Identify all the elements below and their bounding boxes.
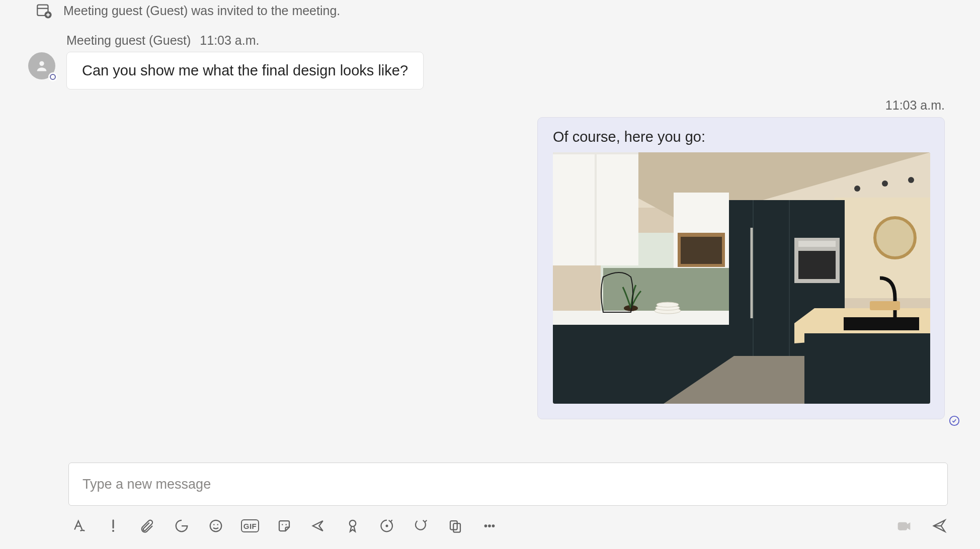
actions-icon[interactable]	[310, 517, 327, 534]
svg-rect-16	[681, 237, 722, 264]
svg-rect-26	[798, 251, 836, 279]
message-header: Meeting guest (Guest) 11:03 a.m.	[66, 33, 424, 48]
message-timestamp: 11:03 a.m.	[200, 33, 259, 48]
svg-point-33	[875, 218, 915, 258]
svg-point-56	[492, 525, 495, 527]
kitchen-image	[553, 152, 930, 404]
svg-point-55	[488, 525, 491, 527]
guest-message-bubble[interactable]: Can you show me what the final design lo…	[66, 52, 424, 89]
send-icon[interactable]	[931, 517, 948, 534]
updates-icon[interactable]	[413, 517, 430, 534]
composer-toolbar: GIF	[70, 514, 948, 538]
chat-area: Meeting guest (Guest) was invited to the…	[0, 0, 980, 549]
svg-rect-27	[798, 241, 836, 247]
copy-icon[interactable]	[447, 517, 464, 534]
guest-message-row: Meeting guest (Guest) 11:03 a.m. Can you…	[28, 33, 424, 89]
sender-name: Meeting guest (Guest)	[66, 33, 191, 48]
svg-point-50	[350, 520, 356, 527]
svg-point-44	[112, 530, 114, 532]
viva-icon[interactable]	[378, 517, 395, 534]
read-receipt-icon	[949, 415, 960, 428]
loop-icon[interactable]	[173, 517, 190, 534]
svg-point-5	[39, 61, 44, 66]
svg-rect-31	[804, 333, 930, 404]
message-text: Can you show me what the final design lo…	[82, 62, 408, 78]
svg-point-58	[900, 527, 903, 530]
my-message-bubble[interactable]: Of course, here you go:	[537, 117, 945, 419]
calendar-add-icon	[35, 2, 52, 19]
svg-point-38	[854, 186, 860, 192]
approvals-icon[interactable]	[344, 517, 361, 534]
my-message-timestamp: 11:03 a.m.	[885, 98, 945, 113]
message-composer[interactable]	[68, 463, 948, 506]
system-event-row: Meeting guest (Guest) was invited to the…	[35, 2, 340, 19]
svg-point-48	[282, 524, 283, 525]
svg-point-51	[386, 525, 388, 527]
sticker-icon[interactable]	[276, 517, 293, 534]
attach-icon[interactable]	[139, 517, 156, 534]
video-clip-icon[interactable]	[895, 517, 913, 534]
avatar[interactable]	[28, 52, 55, 79]
gif-icon[interactable]: GIF	[241, 517, 259, 534]
system-event-text: Meeting guest (Guest) was invited to the…	[63, 4, 340, 18]
svg-rect-18	[553, 311, 737, 325]
svg-point-45	[210, 520, 222, 532]
priority-icon[interactable]	[105, 517, 122, 534]
svg-point-49	[286, 524, 287, 525]
person-icon	[35, 59, 49, 73]
image-attachment[interactable]	[553, 152, 930, 404]
message-text: Of course, here you go:	[553, 129, 929, 145]
svg-point-39	[882, 180, 888, 187]
svg-point-54	[484, 525, 487, 527]
svg-point-37	[657, 302, 679, 307]
presence-indicator	[48, 72, 57, 81]
format-icon[interactable]	[70, 517, 88, 534]
svg-point-47	[217, 524, 219, 525]
svg-rect-41	[870, 301, 900, 310]
svg-point-40	[908, 177, 914, 183]
message-input[interactable]	[81, 476, 935, 493]
svg-rect-13	[595, 152, 597, 265]
emoji-icon[interactable]	[207, 517, 224, 534]
more-icon[interactable]	[481, 517, 498, 534]
svg-rect-32	[844, 317, 919, 330]
svg-point-46	[213, 524, 215, 525]
